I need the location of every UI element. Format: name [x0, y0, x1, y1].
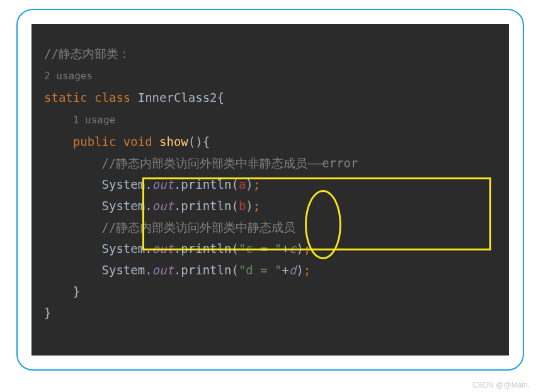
println-call: .println(	[174, 177, 239, 191]
paren-open: (){	[188, 135, 210, 148]
semicolon: ;	[304, 242, 310, 255]
plus-op: +	[282, 263, 289, 277]
class-name: InnerClass2{	[138, 91, 224, 104]
paren-close: )	[246, 177, 253, 191]
string-literal-d: "d = "	[239, 263, 282, 277]
out-field: out	[152, 199, 174, 213]
semicolon: ;	[253, 177, 260, 191]
code-line-println-a: System.out.println(a);	[44, 174, 496, 195]
static-var-c: c	[289, 242, 296, 255]
code-line-close-method: }	[44, 281, 496, 302]
code-line-comment-error: //静态内部类访问外部类中非静态成员——error	[44, 152, 496, 174]
code-line-usage: 2 usages	[44, 64, 496, 87]
keyword-class: class	[88, 91, 138, 104]
out-field: out	[152, 242, 174, 255]
out-field: out	[152, 263, 174, 277]
comment-text: //静态内部类：	[44, 47, 130, 60]
out-field: out	[152, 177, 174, 191]
keyword-static: static	[44, 91, 88, 104]
paren-close: )	[296, 242, 303, 255]
code-line-class-decl: static class InnerClass2{	[44, 87, 496, 108]
string-literal-c: "c = "	[239, 242, 282, 255]
code-line-close-class: }	[44, 302, 496, 323]
system-ref: System.	[102, 242, 152, 255]
brace-close: }	[73, 284, 80, 298]
semicolon: ;	[304, 263, 310, 277]
code-line-println-d: System.out.println("d = "+d);	[44, 259, 496, 281]
println-call: .println(	[174, 242, 239, 255]
error-var-a: a	[239, 177, 246, 191]
paren-close: )	[296, 263, 303, 277]
semicolon: ;	[253, 199, 260, 213]
error-var-b: b	[239, 199, 246, 213]
code-line-comment-static: //静态内部类访问外部类中静态成员	[44, 216, 496, 238]
method-name: show	[159, 135, 188, 148]
println-call: .println(	[174, 199, 239, 213]
keyword-void: void	[116, 135, 159, 148]
rounded-border-frame: //静态内部类： 2 usages static class InnerClas…	[16, 9, 524, 371]
plus-op: +	[282, 242, 289, 255]
code-line-println-c: System.out.println("c = "+c);	[44, 238, 496, 259]
brace-close: }	[44, 306, 51, 320]
paren-close: )	[246, 199, 253, 213]
comment-error: //静态内部类访问外部类中非静态成员——error	[102, 156, 358, 170]
keyword-public: public	[73, 135, 117, 148]
static-var-d: d	[289, 263, 296, 277]
system-ref: System.	[102, 177, 152, 191]
usage-hint-inner: 1 usage	[73, 114, 115, 126]
usage-hint: 2 usages	[44, 70, 93, 82]
system-ref: System.	[102, 199, 152, 213]
system-ref: System.	[102, 263, 152, 277]
code-editor-panel: //静态内部类： 2 usages static class InnerClas…	[31, 24, 509, 356]
code-line-comment: //静态内部类：	[44, 43, 496, 64]
watermark-text: CSDN @@Main.	[472, 381, 530, 389]
code-line-method-decl: public void show(){	[44, 131, 496, 152]
code-line-println-b: System.out.println(b);	[44, 195, 496, 216]
code-line-usage-inner: 1 usage	[44, 108, 496, 131]
comment-static-access: //静态内部类访问外部类中静态成员	[102, 220, 296, 234]
println-call: .println(	[174, 263, 239, 277]
